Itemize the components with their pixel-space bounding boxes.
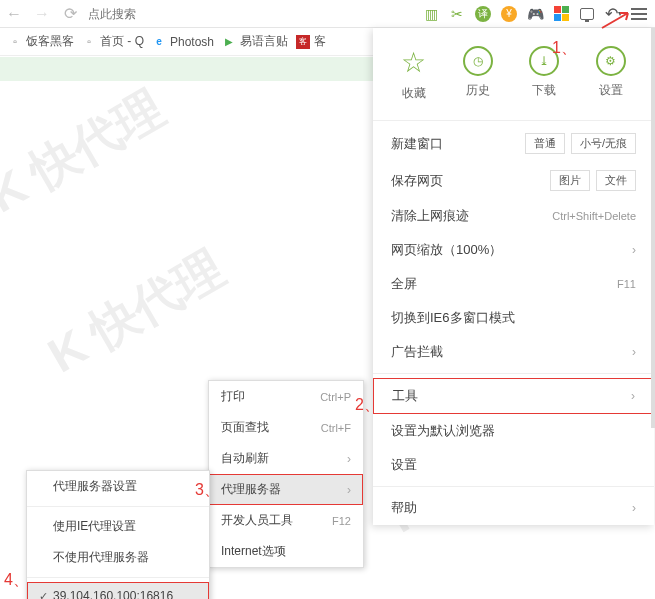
page-icon: ▫ — [82, 35, 96, 49]
settings-button[interactable]: ⚙ 设置 — [596, 46, 626, 102]
menu-new-window[interactable]: 新建窗口 普通 小号/无痕 — [373, 125, 654, 162]
label: 代理服务器设置 — [53, 478, 137, 495]
proxy-submenu: 代理服务器设置 使用IE代理设置 不使用代理服务器 ✓39.104.160.10… — [26, 470, 210, 599]
label: 帮助 — [391, 499, 417, 517]
menu-settings[interactable]: 设置 — [373, 448, 654, 482]
book-icon[interactable]: ▥ — [419, 2, 443, 26]
watermark: K 快代理 — [0, 76, 175, 227]
shortcut: Ctrl+F — [321, 422, 351, 434]
menu-proxy-address[interactable]: ✓39.104.160.100:16816 — [27, 582, 209, 599]
tab-1[interactable]: ▫饭客黑客 — [8, 33, 74, 50]
menu-dev-tools[interactable]: 开发人员工具F12 — [209, 505, 363, 536]
tab-3[interactable]: ePhotosh — [152, 35, 214, 49]
label: 页面查找 — [221, 419, 269, 436]
label: 自动刷新 — [221, 450, 269, 467]
menu-clear-trace[interactable]: 清除上网痕迹 Ctrl+Shift+Delete — [373, 199, 654, 233]
menu-internet-options[interactable]: Internet选项 — [209, 536, 363, 567]
save-image[interactable]: 图片 — [550, 170, 590, 191]
forward-button[interactable]: → — [28, 0, 56, 28]
translate-icon[interactable]: 译 — [471, 2, 495, 26]
check-icon: ✓ — [39, 590, 53, 600]
label: 广告拦截 — [391, 343, 443, 361]
red-square-icon: 客 — [296, 35, 310, 49]
tab-label: Photosh — [170, 35, 214, 49]
menu-use-ie-proxy[interactable]: 使用IE代理设置 — [27, 511, 209, 542]
label: 保存网页 — [391, 172, 443, 190]
menu-print[interactable]: 打印Ctrl+P — [209, 381, 363, 412]
separator — [373, 120, 654, 121]
menu-tools[interactable]: 工具 › — [373, 378, 654, 414]
label: 切换到IE6多窗口模式 — [391, 309, 515, 327]
new-window-private[interactable]: 小号/无痕 — [571, 133, 636, 154]
shortcut: Ctrl+P — [320, 391, 351, 403]
menu-zoom[interactable]: 网页缩放（100%） › — [373, 233, 654, 267]
label: 工具 — [392, 387, 418, 405]
gear-icon: ⚙ — [596, 46, 626, 76]
chevron-right-icon: › — [347, 483, 351, 497]
gamepad-icon[interactable]: 🎮 — [523, 2, 547, 26]
chevron-right-icon: › — [632, 345, 636, 359]
service-icon[interactable]: ¥ — [497, 2, 521, 26]
menu-adblock[interactable]: 广告拦截 › — [373, 335, 654, 369]
download-button[interactable]: ⤓ 下载 — [529, 46, 559, 102]
label: 清除上网痕迹 — [391, 207, 469, 225]
page-icon: ▫ — [8, 35, 22, 49]
shortcut: Ctrl+Shift+Delete — [552, 210, 636, 222]
refresh-icon: ⟳ — [64, 4, 77, 23]
menu-ie-mode[interactable]: 切换到IE6多窗口模式 — [373, 301, 654, 335]
label: 设置 — [599, 82, 623, 99]
toolbar: ▥ ✂ 译 ¥ 🎮 ↶▾ — [419, 2, 655, 26]
watermark: K 快代理 — [37, 236, 235, 387]
menu-save-page[interactable]: 保存网页 图片 文件 — [373, 162, 654, 199]
chevron-right-icon: › — [632, 243, 636, 257]
separator — [373, 373, 654, 374]
save-file[interactable]: 文件 — [596, 170, 636, 191]
menu-find[interactable]: 页面查找Ctrl+F — [209, 412, 363, 443]
menu-proxy-server[interactable]: 代理服务器› — [209, 474, 363, 505]
address-bar: ← → ⟳ ▥ ✂ 译 ¥ 🎮 ↶▾ — [0, 0, 655, 28]
play-icon: ▶ — [222, 35, 236, 49]
label: 不使用代理服务器 — [53, 549, 149, 566]
download-icon: ⤓ — [529, 46, 559, 76]
label: 历史 — [466, 82, 490, 99]
forward-arrow-icon: → — [34, 5, 50, 23]
label: 使用IE代理设置 — [53, 518, 136, 535]
separator — [373, 486, 654, 487]
back-button[interactable]: ← — [0, 0, 28, 28]
tab-4[interactable]: ▶易语言贴 — [222, 33, 288, 50]
menu-default-browser[interactable]: 设置为默认浏览器 — [373, 414, 654, 448]
new-window-normal[interactable]: 普通 — [525, 133, 565, 154]
menu-button[interactable] — [627, 2, 651, 26]
tab-5[interactable]: 客客 — [296, 33, 326, 50]
tab-label: 首页 - Q — [100, 33, 144, 50]
undo-icon[interactable]: ↶▾ — [601, 2, 625, 26]
shortcut: F11 — [617, 278, 636, 290]
scrollbar[interactable] — [651, 28, 655, 428]
menu-help[interactable]: 帮助 › — [373, 491, 654, 525]
star-icon: ☆ — [401, 46, 426, 79]
refresh-button[interactable]: ⟳ — [56, 0, 84, 28]
tools-submenu: 打印Ctrl+P 页面查找Ctrl+F 自动刷新› 代理服务器› 开发人员工具F… — [208, 380, 364, 568]
tab-label: 易语言贴 — [240, 33, 288, 50]
menu-proxy-settings[interactable]: 代理服务器设置 — [27, 471, 209, 502]
apps-icon[interactable] — [549, 2, 573, 26]
menu-auto-refresh[interactable]: 自动刷新› — [209, 443, 363, 474]
menu-fullscreen[interactable]: 全屏 F11 — [373, 267, 654, 301]
label: 39.104.160.100:16816 — [53, 589, 173, 599]
separator — [27, 506, 209, 507]
tab-label: 饭客黑客 — [26, 33, 74, 50]
menu-no-proxy[interactable]: 不使用代理服务器 — [27, 542, 209, 573]
label: 打印 — [221, 388, 245, 405]
search-input[interactable] — [84, 3, 419, 25]
back-arrow-icon: ← — [6, 5, 22, 23]
scissors-icon[interactable]: ✂ — [445, 2, 469, 26]
clock-icon: ◷ — [463, 46, 493, 76]
favorites-button[interactable]: ☆ 收藏 — [401, 46, 426, 102]
history-button[interactable]: ◷ 历史 — [463, 46, 493, 102]
label: 开发人员工具 — [221, 512, 293, 529]
label: Internet选项 — [221, 543, 286, 560]
label: 网页缩放（100%） — [391, 241, 502, 259]
tab-2[interactable]: ▫首页 - Q — [82, 33, 144, 50]
monitor-icon[interactable] — [575, 2, 599, 26]
label: 代理服务器 — [221, 481, 281, 498]
